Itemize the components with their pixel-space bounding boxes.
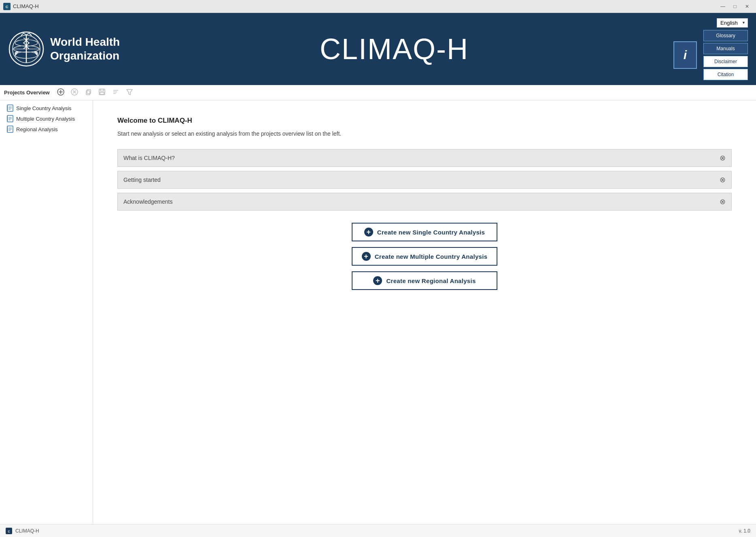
accordion-getting-started[interactable]: Getting started ⊗ — [117, 171, 732, 189]
toolbar: Projects Overview — [0, 85, 756, 100]
info-icon: i — [684, 48, 687, 62]
close-button[interactable]: ✕ — [741, 2, 753, 11]
status-app-label: CLIMAQ-H — [15, 528, 39, 534]
copy-project-button[interactable] — [83, 87, 93, 98]
accordion-getting-started-label: Getting started — [123, 177, 720, 183]
action-buttons: + Create new Single Country Analysis + C… — [117, 223, 732, 290]
create-regional-button[interactable]: + Create new Regional Analysis — [352, 271, 497, 290]
app-header: World Health Organization CLIMAQ-H Engli… — [0, 13, 756, 85]
status-app-icon: C — [6, 528, 12, 534]
main-layout: Single Country Analysis Multiple Country… — [0, 100, 756, 524]
maximize-button[interactable]: □ — [729, 2, 741, 11]
language-dropdown[interactable]: English French Spanish — [717, 18, 748, 28]
accordion-acknowledgements-label: Acknowledgements — [123, 198, 720, 205]
create-multiple-country-button[interactable]: + Create new Multiple Country Analysis — [352, 247, 497, 266]
accordion-acknowledgements-chevron: ⊗ — [720, 197, 726, 206]
cancel-icon — [71, 88, 78, 97]
sidebar-item-regional[interactable]: Regional Analysis — [0, 124, 93, 134]
window-controls: — □ ✕ — [717, 2, 753, 11]
copy-icon — [85, 88, 92, 97]
svg-rect-28 — [7, 106, 8, 111]
filter-icon — [126, 88, 133, 97]
content-area: Welcome to CLIMAQ-H Start new analysis o… — [93, 100, 756, 524]
create-regional-label: Create new Regional Analysis — [386, 277, 476, 284]
accordion-getting-started-chevron: ⊗ — [720, 175, 726, 184]
sidebar: Single Country Analysis Multiple Country… — [0, 100, 93, 524]
svg-text:C: C — [6, 5, 8, 9]
status-bar: C CLIMAQ-H v. 1.0 — [0, 524, 756, 537]
sidebar-label-regional: Regional Analysis — [16, 126, 58, 132]
accordion-list: What is CLIMAQ-H? ⊗ Getting started ⊗ Ac… — [117, 149, 732, 211]
accordion-what-is-label: What is CLIMAQ-H? — [123, 155, 720, 161]
side-buttons: Glossary Manuals Disclaimer Citation — [703, 30, 748, 80]
sort-button[interactable] — [110, 87, 121, 98]
add-project-button[interactable] — [55, 87, 66, 98]
who-name-line1: World Health — [50, 35, 120, 49]
title-bar: C CLIMAQ-H — □ ✕ — [0, 0, 756, 13]
create-multiple-plus-icon: + — [362, 252, 371, 261]
add-icon — [57, 88, 64, 97]
welcome-title: Welcome to CLIMAQ-H — [117, 117, 732, 125]
glossary-button[interactable]: Glossary — [703, 30, 748, 41]
manuals-button[interactable]: Manuals — [703, 43, 748, 54]
sidebar-label-multiple-country: Multiple Country Analysis — [16, 116, 75, 122]
svg-marker-23 — [127, 90, 132, 95]
citation-button[interactable]: Citation — [703, 69, 748, 80]
sidebar-item-icon-regional — [6, 126, 14, 133]
create-multiple-label: Create new Multiple Country Analysis — [375, 253, 488, 260]
svg-rect-18 — [100, 89, 104, 91]
create-single-plus-icon: + — [364, 228, 373, 237]
sidebar-item-icon-single — [6, 104, 14, 112]
projects-overview-label: Projects Overview — [4, 90, 50, 96]
svg-rect-19 — [100, 92, 104, 94]
create-regional-plus-icon: + — [373, 276, 382, 285]
who-name: World Health Organization — [50, 35, 120, 62]
header-right: English French Spanish i Glossary Manual… — [667, 18, 748, 80]
status-left: C CLIMAQ-H — [6, 528, 39, 534]
accordion-acknowledgements[interactable]: Acknowledgements ⊗ — [117, 193, 732, 211]
sidebar-item-icon-multiple — [6, 115, 14, 122]
accordion-what-is-chevron: ⊗ — [720, 153, 726, 162]
app-icon: C — [3, 3, 11, 10]
sidebar-item-single-country[interactable]: Single Country Analysis — [0, 103, 93, 113]
who-name-line2: Organization — [50, 49, 120, 63]
welcome-text: Start new analysis or select an existing… — [117, 130, 732, 137]
sidebar-item-multiple-country[interactable]: Multiple Country Analysis — [0, 113, 93, 124]
sidebar-label-single-country: Single Country Analysis — [16, 105, 72, 111]
create-single-country-button[interactable]: + Create new Single Country Analysis — [352, 223, 497, 241]
create-single-label: Create new Single Country Analysis — [377, 229, 485, 236]
cancel-project-button[interactable] — [69, 87, 80, 98]
save-project-button[interactable] — [97, 87, 107, 98]
sort-icon — [112, 88, 119, 97]
app-main-title: CLIMAQ-H — [121, 32, 667, 66]
version-label: v. 1.0 — [739, 528, 750, 534]
language-selector[interactable]: English French Spanish — [717, 18, 748, 28]
disclaimer-button[interactable]: Disclaimer — [703, 56, 748, 67]
accordion-what-is[interactable]: What is CLIMAQ-H? ⊗ — [117, 149, 732, 167]
who-emblem — [8, 31, 45, 67]
info-button[interactable]: i — [673, 41, 697, 69]
save-icon — [98, 88, 106, 97]
window-title: CLIMAQ-H — [13, 3, 717, 9]
svg-rect-33 — [7, 116, 8, 121]
svg-rect-38 — [7, 127, 8, 132]
filter-button[interactable] — [124, 87, 135, 98]
svg-text:C: C — [8, 530, 10, 533]
minimize-button[interactable]: — — [717, 2, 728, 11]
who-logo-area: World Health Organization — [8, 31, 121, 67]
